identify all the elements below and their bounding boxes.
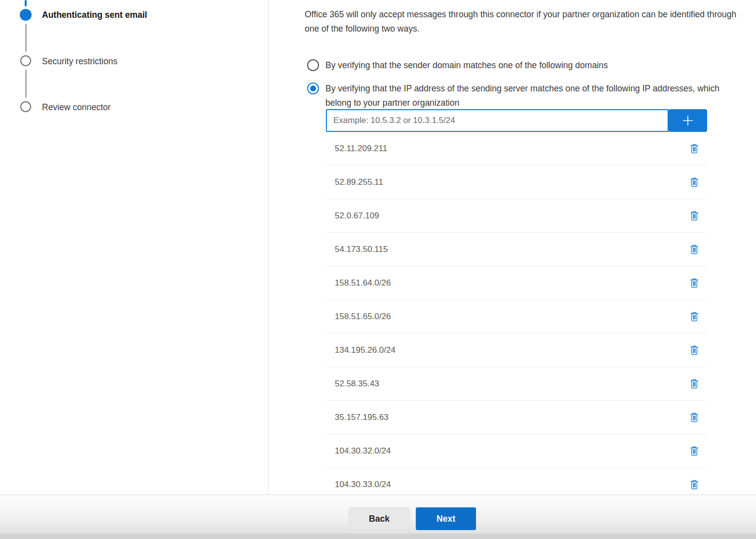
trash-icon <box>690 211 699 221</box>
ip-row: 134.195.26.0/24 <box>326 333 707 367</box>
intro-text: Office 365 will only accept messages thr… <box>305 7 753 36</box>
radio-button-selected-icon[interactable] <box>307 83 319 94</box>
back-button[interactable]: Back <box>349 507 410 530</box>
window-bottom-edge <box>0 534 756 539</box>
delete-ip-button[interactable] <box>687 310 701 324</box>
connector-wizard-page: Authenticating sent email Security restr… <box>0 0 756 539</box>
trash-icon <box>690 480 699 490</box>
trash-icon <box>690 278 699 288</box>
delete-ip-button[interactable] <box>687 276 701 290</box>
step-authenticating-sent-email: Authenticating sent email <box>42 9 147 21</box>
ip-address-value: 52.89.255.11 <box>335 177 383 187</box>
step-review-connector: Review connector <box>42 101 111 113</box>
ip-row: 104.30.32.0/24 <box>326 434 707 468</box>
ip-address-value: 52.11.209.211 <box>335 144 387 154</box>
wizard-footer-bar: Back Next <box>0 495 756 534</box>
ip-row: 54.173.50.115 <box>326 233 707 266</box>
trash-icon <box>690 413 699 422</box>
ip-address-value: 52.0.67.109 <box>335 211 379 221</box>
next-button[interactable]: Next <box>416 507 476 530</box>
stepper-connector-line <box>25 70 27 98</box>
ip-address-value: 158.51.64.0/26 <box>335 278 391 288</box>
delete-ip-button[interactable] <box>687 243 701 256</box>
option-sender-domain-label: By verifying that the sender domain matc… <box>325 58 608 73</box>
option-ip-address-label: By verifying that the IP address of the … <box>325 82 730 110</box>
wizard-steps-sidebar: Authenticating sent email Security restr… <box>0 0 269 495</box>
delete-ip-button[interactable] <box>687 444 701 458</box>
stepper-connector-line <box>25 24 27 52</box>
add-ip-button[interactable] <box>669 109 707 132</box>
step-security-restrictions: Security restrictions <box>42 55 118 67</box>
trash-icon <box>690 245 699 254</box>
trash-icon <box>690 312 699 322</box>
ip-address-value: 104.30.33.0/24 <box>335 480 391 490</box>
plus-icon <box>681 114 695 127</box>
wizard-stepper: Authenticating sent email Security restr… <box>0 0 268 495</box>
ip-address-value: 35.157.195.63 <box>335 413 389 422</box>
step-circle-current-icon <box>20 9 32 21</box>
delete-ip-button[interactable] <box>687 142 701 156</box>
step-circle-icon <box>20 55 31 66</box>
ip-row: 52.89.255.11 <box>326 166 707 199</box>
ip-row: 52.0.67.109 <box>326 199 707 233</box>
stepper-connector-line-completed <box>25 0 27 6</box>
option-sender-domain[interactable]: By verifying that the sender domain matc… <box>307 58 608 73</box>
ip-address-value: 54.173.50.115 <box>335 245 388 254</box>
ip-address-value: 158.51.65.0/26 <box>335 312 391 322</box>
trash-icon <box>690 446 699 456</box>
trash-icon <box>690 177 699 187</box>
delete-ip-button[interactable] <box>687 209 701 223</box>
delete-ip-button[interactable] <box>687 478 701 492</box>
option-ip-address[interactable]: By verifying that the IP address of the … <box>307 82 730 110</box>
ip-entry-group <box>326 109 707 132</box>
trash-icon <box>690 379 699 389</box>
ip-row: 158.51.65.0/26 <box>326 300 707 333</box>
ip-row: 158.51.64.0/26 <box>326 266 707 300</box>
ip-row: 35.157.195.63 <box>326 401 707 434</box>
trash-icon <box>690 345 699 355</box>
ip-row: 104.30.33.0/24 <box>326 468 707 495</box>
step-circle-icon <box>20 101 31 112</box>
wizard-content-pane: Office 365 will only accept messages thr… <box>269 0 756 495</box>
ip-address-list: 52.11.209.21152.89.255.1152.0.67.10954.1… <box>326 132 707 495</box>
radio-button-icon[interactable] <box>307 59 319 71</box>
ip-address-input[interactable] <box>326 109 669 132</box>
delete-ip-button[interactable] <box>687 411 701 424</box>
delete-ip-button[interactable] <box>687 377 701 391</box>
ip-address-value: 134.195.26.0/24 <box>335 345 396 355</box>
delete-ip-button[interactable] <box>687 343 701 357</box>
delete-ip-button[interactable] <box>687 175 701 189</box>
trash-icon <box>690 144 699 154</box>
ip-address-value: 52.58.35.43 <box>335 379 379 389</box>
ip-address-value: 104.30.32.0/24 <box>335 446 391 456</box>
ip-row: 52.11.209.211 <box>326 132 707 166</box>
ip-row: 52.58.35.43 <box>326 367 707 401</box>
